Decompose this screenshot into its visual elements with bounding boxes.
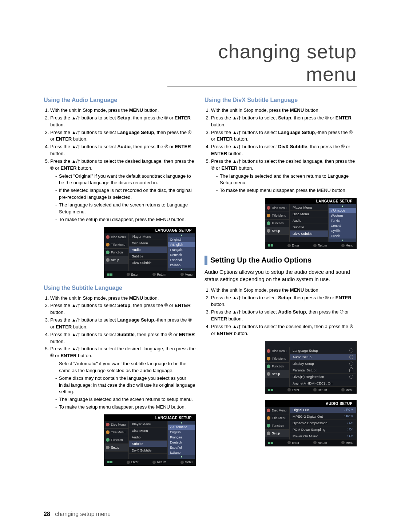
right-column: Using the DivX Subtitle Language With th… [205, 95, 357, 472]
steps-divx-subtitle: With the unit in Stop mode, press the ME… [205, 107, 357, 194]
left-column: Using the Audio Language With the unit i… [44, 95, 196, 472]
steps-subtitle-language: With the unit in Stop mode, press the ME… [44, 295, 196, 411]
gear-icon [349, 375, 353, 379]
footer-text: changing setup menu [55, 511, 111, 517]
page-number: 28 [44, 511, 50, 517]
gear-icon [349, 362, 353, 366]
heading-audio-language: Using the Audio Language [44, 97, 196, 103]
steps-audio-language: With the unit in Stop mode, press the ME… [44, 107, 196, 223]
osd-setup-root: . Disc Menu Title Menu Function Setup La… [265, 341, 357, 394]
osd-language-divx: LANGUAGE SETUP Disc Menu Title Menu Func… [265, 198, 357, 249]
heading-divx-subtitle: Using the DivX Subtitle Language [205, 97, 357, 103]
osd-language-subtitle: LANGUAGE SETUP Disc Menu Title Menu Func… [104, 414, 196, 466]
gear-icon [349, 348, 353, 352]
gear-icon [349, 355, 353, 359]
steps-audio-options: With the unit in Stop mode, press the ME… [205, 287, 357, 337]
chapter-title: changing setup menu [167, 40, 357, 87]
lock-icon [349, 369, 353, 372]
heading-audio-options: Setting Up the Audio Options [205, 256, 357, 265]
page-footer: 28_ changing setup menu [44, 511, 111, 517]
intro-audio-options: Audio Options allows you to setup the au… [205, 268, 357, 283]
osd-language-audio: LANGUAGE SETUP Disc Menu Title Menu Func… [104, 227, 196, 278]
osd-audio-setup: AUDIO SETUP Disc Menu Title Menu Functio… [265, 400, 357, 446]
heading-subtitle-language: Using the Subtitle Language [44, 285, 196, 291]
manual-page: changing setup menu Using the Audio Lang… [0, 0, 393, 532]
